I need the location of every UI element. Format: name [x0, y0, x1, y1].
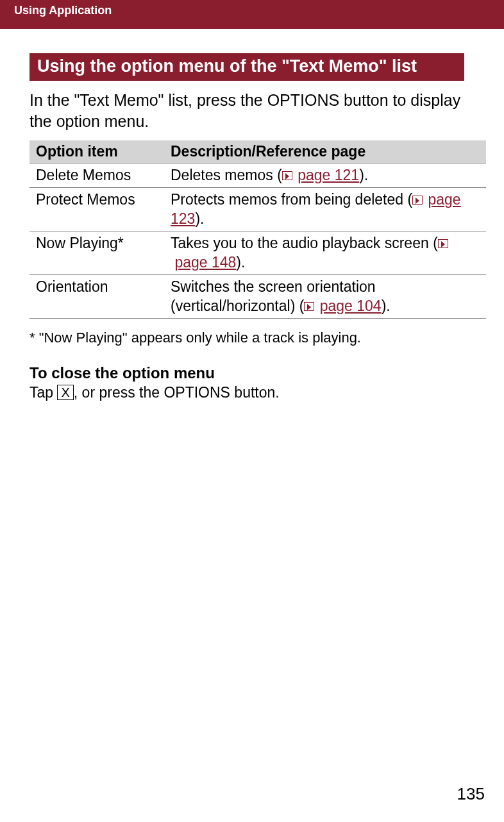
close-x-icon: X — [57, 385, 73, 400]
page-number: 135 — [457, 784, 485, 804]
close-menu-heading: To close the option menu — [29, 364, 486, 382]
table-row: Now Playing* Takes you to the audio play… — [29, 231, 486, 275]
page-ref-icon — [412, 196, 423, 205]
page-content: Using the option menu of the "Text Memo"… — [0, 29, 504, 403]
table-header-description: Description/Reference page — [164, 140, 486, 164]
option-description: Protects memos from being deleted ( page… — [164, 188, 486, 231]
page-link[interactable]: page 148 — [174, 254, 236, 271]
table-row: Protect Memos Protects memos from being … — [29, 188, 486, 231]
close-menu-text: Tap X, or press the OPTIONS button. — [29, 383, 486, 403]
header-decoration — [124, 0, 504, 29]
table-row: Orientation Switches the screen orientat… — [29, 275, 486, 319]
breadcrumb: Using Application — [0, 0, 124, 21]
section-title: Using the option menu of the "Text Memo"… — [29, 53, 464, 81]
option-item: Delete Memos — [29, 164, 164, 188]
option-item: Now Playing* — [29, 231, 164, 275]
option-description: Takes you to the audio playback screen (… — [164, 231, 486, 275]
options-table: Option item Description/Reference page D… — [29, 140, 486, 319]
page-header: Using Application — [0, 0, 504, 29]
option-item: Orientation — [29, 275, 164, 319]
section-intro: In the "Text Memo" list, press the OPTIO… — [29, 90, 486, 131]
table-header-option: Option item — [29, 140, 164, 164]
option-description: Deletes memos ( page 121). — [164, 164, 486, 188]
table-row: Delete Memos Deletes memos ( page 121). — [29, 164, 486, 188]
option-item: Protect Memos — [29, 188, 164, 231]
page-ref-icon — [304, 302, 314, 311]
option-description: Switches the screen orientation (vertica… — [164, 275, 486, 319]
page-ref-icon — [438, 239, 448, 248]
page-link[interactable]: page 104 — [320, 298, 382, 314]
footnote: * "Now Playing" appears only while a tra… — [29, 329, 486, 348]
page-ref-icon — [282, 171, 292, 180]
page-link[interactable]: page 121 — [298, 167, 359, 183]
